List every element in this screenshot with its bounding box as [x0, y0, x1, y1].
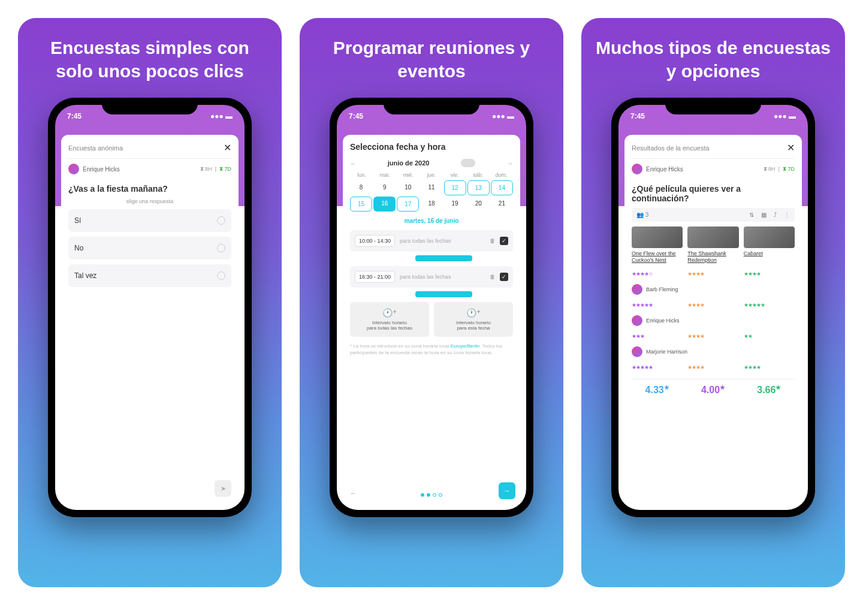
radio-icon: [217, 216, 225, 225]
next-month-icon[interactable]: →: [507, 160, 513, 167]
slot-bar: [415, 255, 472, 261]
day-cell[interactable]: 21: [491, 197, 513, 212]
promo-card-1: Encuestas simples con solo unos pocos cl…: [18, 18, 282, 587]
movie-option[interactable]: One Flew over the Cuckoo's Nest: [632, 227, 683, 264]
author-row: Enrique Hicks ⧗ 8H | ⧗ 7D: [68, 159, 231, 179]
phone-mockup: 7:45 ●●● ▬ Selecciona fecha y hora ← jun…: [330, 98, 533, 517]
movie-option[interactable]: The Shawshank Redemption: [687, 227, 738, 264]
trash-icon[interactable]: 🗑: [490, 238, 495, 244]
send-button[interactable]: ➤: [215, 480, 231, 497]
day-cell[interactable]: 14: [491, 180, 513, 195]
card-title: Programar reuniones y eventos: [312, 36, 551, 83]
day-cell[interactable]: 13: [467, 180, 490, 195]
voter-name: Barb Fleming: [646, 286, 688, 292]
phone-notch: [665, 98, 761, 114]
movie-thumb: [744, 227, 795, 248]
score-value: 4.00★: [687, 384, 738, 395]
trash-icon[interactable]: 🗑: [490, 274, 495, 280]
voter-name: Enrique Hicks: [646, 318, 688, 324]
poll-option[interactable]: Tal vez: [68, 264, 231, 287]
weekday-row: lun.mar.mié.jue.vie.sáb.dom.: [350, 172, 513, 178]
poll-question: ¿Vas a la fiesta mañana?: [68, 184, 231, 194]
status-icons: ●●● ▬: [774, 112, 796, 129]
radio-icon: [217, 271, 225, 280]
checkbox-icon[interactable]: ✓: [500, 237, 508, 245]
author-name: Enrique Hicks: [83, 166, 120, 173]
phone-mockup: 7:45 ●●● ▬ Encuesta anónima ✕ Enrique Hi…: [48, 98, 252, 517]
calendar-nav: ← junio de 2020 →: [350, 159, 513, 167]
time-input[interactable]: 16:30 - 21:00: [355, 271, 395, 283]
back-icon[interactable]: ←: [350, 490, 357, 497]
movie-title: One Flew over the Cuckoo's Nest: [632, 250, 683, 264]
movie-title: Cabaret: [744, 250, 795, 257]
score-row: 4.33★ 4.00★ 3.66★: [632, 379, 795, 395]
day-cell[interactable]: 19: [444, 197, 466, 212]
movie-title: The Shawshank Redemption: [687, 250, 738, 264]
clock-plus-icon: 🕐⁺: [437, 308, 509, 318]
prev-month-icon[interactable]: ←: [350, 160, 356, 167]
slot-label: para todas las fechas: [400, 238, 485, 244]
sort-icon[interactable]: ⇅: [749, 212, 754, 218]
avatar: [632, 346, 642, 357]
page-dots: [421, 493, 442, 497]
day-cell[interactable]: 9: [373, 180, 396, 195]
day-cell[interactable]: 11: [420, 180, 442, 195]
poll-option[interactable]: No: [68, 237, 231, 259]
calendar-days: 8 9 10 11 12 13 14 15 16 17 18 19 20 21: [350, 180, 513, 212]
status-icons: ●●● ▬: [492, 112, 514, 129]
movie-thumb: [687, 227, 738, 248]
month-label: junio de 2020: [388, 159, 430, 167]
poll-question: ¿Qué película quieres ver a continuación…: [632, 184, 795, 203]
avatar: [632, 164, 642, 174]
avatar: [632, 284, 642, 295]
movie-thumb: [632, 227, 683, 248]
share-icon[interactable]: ⤴: [774, 212, 777, 218]
interval-this-button[interactable]: 🕐⁺ Intervalo horariopara esta fecha: [434, 302, 513, 337]
voter-row: Marjorie Harrison: [632, 344, 795, 360]
day-cell[interactable]: 20: [467, 197, 490, 212]
poll-hint: elige una respuesta: [68, 198, 231, 204]
next-button[interactable]: →: [499, 482, 515, 499]
phone-notch: [102, 98, 198, 114]
author-row: Enrique Hicks ⧗ 8H | ⧗ 7D: [632, 159, 795, 179]
interval-all-button[interactable]: 🕐⁺ Intervalo horariopara todas las fecha…: [350, 302, 429, 337]
modal-title: Resultados de la encuesta: [632, 144, 710, 152]
voter-row: Barb Fleming: [632, 282, 795, 297]
status-icons: ●●● ▬: [210, 112, 233, 129]
day-cell-active[interactable]: 16: [373, 197, 396, 212]
promo-card-2: Programar reuniones y eventos 7:45 ●●● ▬…: [300, 18, 563, 587]
mode-toggle[interactable]: [461, 159, 475, 167]
close-icon[interactable]: ✕: [787, 142, 795, 153]
card-title: Encuestas simples con solo unos pocos cl…: [30, 36, 270, 83]
day-cell[interactable]: 15: [350, 197, 372, 212]
timezone-link[interactable]: Europe/Berlin: [451, 343, 479, 349]
more-icon[interactable]: ⋮: [784, 212, 790, 218]
day-cell[interactable]: 17: [397, 197, 419, 212]
phone-notch: [384, 98, 479, 114]
slot-label: para todas las fechas: [400, 274, 485, 280]
results-toolbar: 👥 3 ⇅ ▦ ⤴ ⋮: [632, 208, 795, 222]
status-time: 7:45: [630, 112, 645, 129]
day-cell[interactable]: 10: [397, 180, 419, 195]
day-cell[interactable]: 8: [350, 180, 372, 195]
poll-option[interactable]: Sí: [68, 209, 231, 232]
day-cell[interactable]: 12: [444, 180, 466, 195]
movie-option[interactable]: Cabaret: [744, 227, 795, 264]
score-value: 3.66★: [744, 384, 795, 395]
grid-icon[interactable]: ▦: [761, 212, 767, 218]
radio-icon: [217, 244, 225, 252]
day-cell[interactable]: 18: [420, 197, 442, 212]
card-title: Muchos tipos de encuestas y opciones: [593, 36, 833, 83]
slot-bar: [415, 291, 472, 297]
score-value: 4.33★: [632, 384, 683, 395]
voter-row: Enrique Hicks: [632, 313, 795, 328]
phone-mockup: 7:45 ●●● ▬ Resultados de la encuesta ✕ E…: [611, 98, 815, 517]
timezone-footnote: * La hora se introduce en su zona horari…: [350, 343, 513, 356]
close-icon[interactable]: ✕: [224, 142, 231, 153]
checkbox-icon[interactable]: ✓: [500, 273, 508, 281]
poll-badges: ⧗ 8H | ⧗ 7D: [200, 166, 231, 173]
modal-header: Encuesta anónima ✕: [68, 142, 231, 159]
timeslot-row: 10:00 - 14:30 para todas las fechas 🗑 ✓: [350, 230, 513, 252]
time-input[interactable]: 10:00 - 14:30: [355, 235, 395, 247]
modal-title: Encuesta anónima: [68, 144, 123, 152]
